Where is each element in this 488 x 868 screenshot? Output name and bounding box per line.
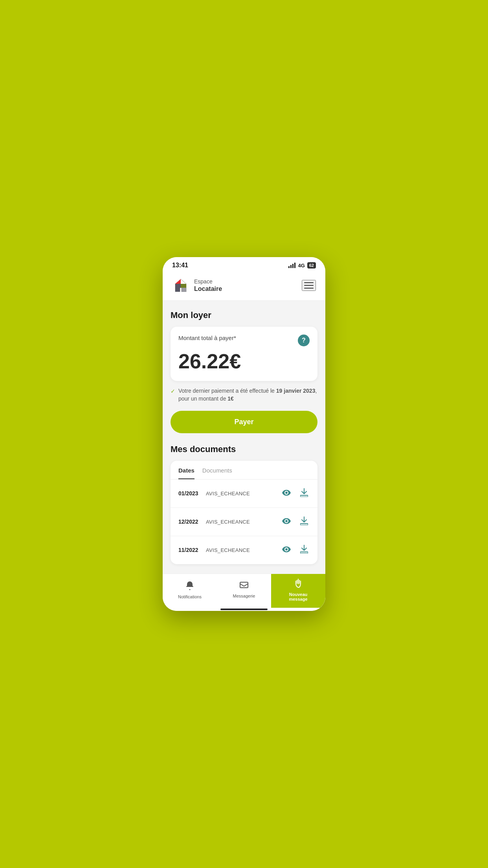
battery-label: 62 (307, 262, 316, 268)
nav-messagerie[interactable]: Messagerie (217, 574, 271, 608)
download-button-3[interactable] (299, 543, 310, 557)
doc-tabs: Dates Documents (171, 461, 317, 479)
amount-display: 26.22€ (178, 349, 310, 373)
app-header: Espace Locataire (163, 272, 325, 301)
doc-name-1: AVIS_ECHEANCE (206, 491, 281, 497)
svg-marker-4 (181, 284, 186, 292)
loyer-section-title: Mon loyer (171, 310, 317, 320)
tab-documents[interactable]: Documents (202, 467, 232, 479)
status-bar: 13:41 4G 62 (163, 257, 325, 272)
nav-nouveau-message-label: Nouveau message (289, 592, 307, 601)
status-icons: 4G 62 (288, 262, 316, 268)
doc-row: 12/2022 AVIS_ECHEANCE (171, 508, 317, 536)
bottom-nav: Notifications Messagerie Nouveau message (163, 574, 325, 608)
view-button-2[interactable] (281, 516, 292, 528)
view-button-1[interactable] (281, 487, 292, 500)
svg-rect-5 (240, 582, 248, 588)
download-button-1[interactable] (299, 487, 310, 500)
help-button[interactable]: ? (298, 335, 310, 346)
doc-row: 11/2022 AVIS_ECHEANCE (171, 536, 317, 564)
hamburger-line-1 (304, 282, 314, 283)
logo-text: Espace Locataire (194, 278, 222, 292)
nav-messagerie-label: Messagerie (233, 594, 255, 598)
doc-actions-1 (281, 487, 310, 500)
locataire-label: Locataire (194, 285, 222, 292)
tab-dates[interactable]: Dates (178, 467, 194, 479)
vilogia-logo (172, 277, 189, 294)
doc-date-2: 12/2022 (178, 519, 206, 525)
doc-date-3: 11/2022 (178, 547, 206, 553)
documents-section-title: Mes documents (171, 444, 317, 454)
message-icon (240, 582, 248, 592)
payment-info: ✓ Votre dernier paiement a été effectué … (171, 387, 317, 403)
hamburger-line-3 (304, 288, 314, 289)
phone-frame: 13:41 4G 62 (163, 257, 325, 611)
payment-info-text: Votre dernier paiement a été effectué le… (178, 387, 317, 403)
nav-notifications[interactable]: Notifications (163, 574, 217, 608)
nav-nouveau-message[interactable]: Nouveau message (271, 574, 325, 608)
download-button-2[interactable] (299, 515, 310, 529)
check-icon: ✓ (171, 388, 175, 395)
espace-label: Espace (194, 278, 222, 285)
view-button-3[interactable] (281, 544, 292, 556)
main-content: Mon loyer Montant total à payer* ? 26.22… (163, 301, 325, 573)
loyer-card: Montant total à payer* ? 26.22€ (171, 327, 317, 381)
menu-button[interactable] (302, 280, 316, 291)
pay-button[interactable]: Payer (171, 411, 317, 433)
doc-name-3: AVIS_ECHEANCE (206, 547, 281, 553)
bell-icon (185, 581, 194, 593)
montant-label: Montant total à payer* (178, 335, 236, 341)
hand-icon (294, 579, 303, 590)
doc-row: 01/2023 AVIS_ECHEANCE (171, 479, 317, 508)
doc-name-2: AVIS_ECHEANCE (206, 519, 281, 525)
loyer-card-header: Montant total à payer* ? (178, 335, 310, 346)
network-label: 4G (298, 263, 305, 268)
signal-icon (288, 263, 295, 268)
documents-card: Dates Documents 01/2023 AVIS_ECHEANCE (171, 461, 317, 564)
logo-area: Espace Locataire (172, 277, 222, 294)
home-indicator-bar (163, 608, 325, 611)
doc-date-1: 01/2023 (178, 490, 206, 497)
doc-actions-3 (281, 543, 310, 557)
doc-actions-2 (281, 515, 310, 529)
hamburger-line-2 (304, 285, 314, 286)
nav-notifications-label: Notifications (178, 594, 202, 599)
svg-marker-3 (175, 284, 181, 292)
status-time: 13:41 (172, 262, 188, 269)
home-indicator (220, 609, 268, 610)
